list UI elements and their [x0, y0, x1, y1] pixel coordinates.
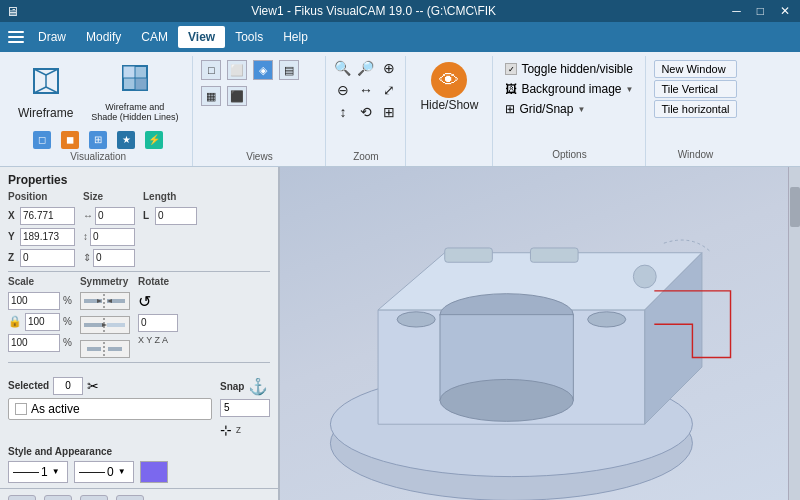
symmetry-btn2[interactable]	[80, 316, 130, 334]
svg-rect-16	[107, 323, 125, 327]
viewport[interactable]	[280, 167, 800, 500]
pct1: %	[63, 295, 72, 306]
line-style-select[interactable]: —— 1 ▼	[8, 461, 68, 483]
position-z-input[interactable]	[20, 249, 75, 267]
zoom-btn7[interactable]: ↕	[332, 102, 353, 122]
view-icon5[interactable]: ▦	[199, 84, 223, 108]
hide-show-button[interactable]: 👁 Hide/Show	[412, 58, 486, 116]
vertical-scrollbar[interactable]	[788, 167, 800, 500]
view-icon1[interactable]: □	[199, 58, 223, 82]
minimize-icon[interactable]: ─	[728, 4, 745, 18]
vis-icon2[interactable]: ◼	[57, 129, 83, 151]
snap-input[interactable]	[220, 399, 270, 417]
new-window-btn[interactable]: New Window	[654, 60, 736, 78]
props-top-row: Position X Y Z Size	[8, 191, 270, 267]
settings-button[interactable]: ⚙	[44, 495, 72, 500]
vis-icon4[interactable]: ★	[113, 129, 139, 151]
grid-snap-btn[interactable]: ⊞ Grid/Snap ▼	[501, 100, 637, 118]
svg-rect-31	[445, 248, 493, 262]
background-image-dropdown[interactable]: ▼	[626, 85, 634, 94]
menu-tools[interactable]: Tools	[225, 26, 273, 48]
selected-input[interactable]	[53, 377, 83, 395]
zoom-btn5[interactable]: ↔	[355, 80, 376, 100]
svg-rect-7	[123, 66, 135, 78]
line-weight-select[interactable]: —— 0 ▼	[74, 461, 134, 483]
length-row: L	[143, 207, 197, 225]
wireframe-button[interactable]: Wireframe	[10, 61, 81, 124]
zoom-btn4[interactable]: ⊖	[332, 80, 353, 100]
menu-help[interactable]: Help	[273, 26, 318, 48]
view-icon3[interactable]: ◈	[251, 58, 275, 82]
window-buttons: New Window Tile Vertical Tile horizontal	[654, 60, 736, 118]
snap-z-label: z	[236, 424, 241, 435]
view-icon6[interactable]: ⬛	[225, 84, 249, 108]
symmetry-btn3[interactable]	[80, 340, 130, 358]
line-weight-arrow[interactable]: ▼	[118, 467, 126, 476]
position-y-row: Y	[8, 228, 75, 246]
close-icon[interactable]: ✕	[776, 4, 794, 18]
length-col: Length L	[143, 191, 197, 267]
line-style-arrow[interactable]: ▼	[52, 467, 60, 476]
zoom-btn8[interactable]: ⟲	[355, 102, 376, 122]
grid-snap-dropdown[interactable]: ▼	[577, 105, 585, 114]
menu-view[interactable]: View	[178, 26, 225, 48]
properties-section: Properties Position X Y Z	[0, 167, 278, 373]
text-button[interactable]: Aa	[80, 495, 108, 500]
toggle-hidden-visible[interactable]: ✓ Toggle hidden/visible	[501, 60, 637, 78]
rotate-axes: X Y Z A	[138, 335, 168, 345]
menu-cam[interactable]: CAM	[131, 26, 178, 48]
menu-modify[interactable]: Modify	[76, 26, 131, 48]
wireframe-shade-button[interactable]: Wireframe andShade (Hidden Lines)	[83, 58, 186, 127]
views-label: Views	[246, 151, 273, 164]
tile-vertical-btn[interactable]: Tile Vertical	[654, 80, 736, 98]
size-y-input[interactable]	[90, 228, 135, 246]
divider1	[8, 271, 270, 272]
symmetry-btn1[interactable]	[80, 292, 130, 310]
menu-draw[interactable]: Draw	[28, 26, 76, 48]
scale-x-input[interactable]	[8, 292, 60, 310]
vis-icon3[interactable]: ⊞	[85, 129, 111, 151]
bottom-toolbar: 📄 ⚙ Aa ✋	[0, 488, 278, 500]
background-image-btn[interactable]: 🖼 Background image ▼	[501, 80, 637, 98]
rotate-value-row	[138, 314, 178, 332]
zoom-btn3[interactable]: ⊕	[378, 58, 399, 78]
new-doc-button[interactable]: 📄	[8, 495, 36, 500]
snap-magnet-icon[interactable]: ⚓	[248, 377, 268, 396]
maximize-icon[interactable]: □	[753, 4, 768, 18]
position-x-input[interactable]	[20, 207, 75, 225]
toggle-checkbox[interactable]: ✓	[505, 63, 517, 75]
position-y-input[interactable]	[20, 228, 75, 246]
position-x-row: X	[8, 207, 75, 225]
zoom-btn2[interactable]: 🔎	[355, 58, 376, 78]
size-z-input[interactable]	[93, 249, 135, 267]
scale-y-input[interactable]	[25, 313, 60, 331]
hand-button[interactable]: ✋	[116, 495, 144, 500]
snap-extra-icon[interactable]: ⊹	[220, 422, 232, 438]
zoom-btn1[interactable]: 🔍	[332, 58, 353, 78]
scale-col: Scale % 🔒 % %	[8, 276, 72, 358]
scale-z-input[interactable]	[8, 334, 60, 352]
scroll-thumb[interactable]	[790, 187, 800, 227]
color-picker[interactable]	[140, 461, 168, 483]
as-active-checkbox[interactable]	[15, 403, 27, 415]
zoom-btn9[interactable]: ⊞	[378, 102, 399, 122]
zoom-btn6[interactable]: ⤢	[378, 80, 399, 100]
style-section: Style and Appearance —— 1 ▼ —— 0 ▼	[0, 442, 278, 487]
grid-snap-label: Grid/Snap	[519, 102, 573, 116]
vis-icon5[interactable]: ⚡	[141, 129, 167, 151]
as-active-button[interactable]: As active	[8, 398, 212, 420]
hamburger-menu[interactable]	[4, 25, 28, 49]
window-controls[interactable]: ─ □ ✕	[728, 4, 794, 18]
hide-show-icon: 👁	[431, 62, 467, 98]
size-x-input[interactable]	[95, 207, 135, 225]
vis-icon1[interactable]: ◻	[29, 129, 55, 151]
scale-row3: %	[8, 334, 72, 352]
rotate-input[interactable]	[138, 314, 178, 332]
lock-icon[interactable]: 🔒	[8, 315, 22, 328]
ribbon-visualization-group: Wireframe Wireframe andShade (Hidden Lin…	[4, 56, 193, 166]
tile-horizontal-btn[interactable]: Tile horizontal	[654, 100, 736, 118]
rotate-icon[interactable]: ↺	[138, 292, 151, 311]
view-icon4[interactable]: ▤	[277, 58, 301, 82]
view-icon2[interactable]: ⬜	[225, 58, 249, 82]
length-input[interactable]	[155, 207, 197, 225]
